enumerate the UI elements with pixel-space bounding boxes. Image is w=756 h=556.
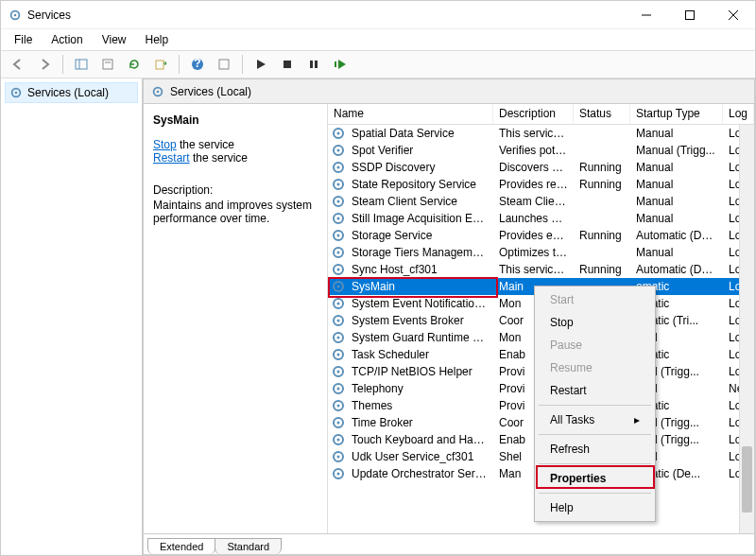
gear-icon	[331, 194, 346, 209]
service-row[interactable]: Storage Tiers ManagementOptimizes th...M…	[328, 244, 754, 261]
service-row[interactable]: Steam Client ServiceSteam Client...Manua…	[328, 193, 754, 210]
svg-rect-17	[335, 61, 336, 67]
cell-description: This service i...	[493, 126, 574, 141]
cell-status: Running	[574, 177, 630, 192]
ctx-restart[interactable]: Restart	[537, 379, 653, 402]
col-description[interactable]: Description	[493, 104, 574, 124]
back-button[interactable]	[7, 53, 29, 76]
maximize-button[interactable]	[668, 1, 712, 29]
service-row[interactable]: Spatial Data ServiceThis service i...Man…	[328, 125, 754, 142]
tab-standard[interactable]: Standard	[215, 538, 282, 554]
stop-link[interactable]: Stop	[153, 138, 177, 151]
cell-name: Steam Client Service	[346, 194, 493, 209]
svg-rect-13	[219, 60, 229, 69]
restart-service-button[interactable]	[329, 53, 352, 76]
gear-icon	[331, 279, 346, 294]
service-row[interactable]: Storage ServiceProvides ena...RunningAut…	[328, 227, 754, 244]
restart-link[interactable]: Restart	[153, 151, 190, 165]
svg-point-35	[336, 235, 339, 237]
minimize-button[interactable]	[625, 1, 668, 29]
pause-service-button[interactable]	[302, 53, 325, 76]
cell-status: Running	[574, 160, 630, 175]
svg-rect-6	[76, 60, 87, 69]
gear-icon	[331, 432, 346, 447]
close-button[interactable]	[712, 1, 755, 29]
vertical-scrollbar[interactable]	[739, 125, 754, 533]
cell-description: Verifies pote...	[493, 143, 574, 158]
separator	[62, 55, 63, 74]
stop-service-button[interactable]	[276, 53, 299, 76]
titlebar[interactable]: Services	[1, 1, 755, 29]
svg-point-63	[336, 473, 339, 476]
cell-name: Storage Service	[346, 228, 493, 243]
cell-name: System Events Broker	[346, 313, 493, 328]
gear-icon	[331, 126, 346, 141]
refresh-button[interactable]	[123, 53, 146, 76]
cell-startup-type: Manual	[630, 211, 723, 226]
cell-name: Update Orchestrator Service	[346, 466, 493, 481]
service-row[interactable]: State Repository ServiceProvides req...R…	[328, 176, 754, 193]
menu-file[interactable]: File	[7, 31, 40, 48]
separator	[539, 434, 651, 435]
gear-icon	[331, 160, 346, 175]
col-status[interactable]: Status	[574, 104, 630, 124]
svg-point-31	[336, 200, 339, 203]
ctx-stop[interactable]: Stop	[537, 311, 653, 334]
pane-title: Services (Local)	[170, 85, 251, 98]
svg-point-43	[336, 303, 339, 305]
col-name[interactable]: Name	[328, 104, 493, 124]
col-startup-type[interactable]: Startup Type	[630, 104, 723, 124]
export-button[interactable]	[149, 53, 172, 76]
ctx-help[interactable]: Help	[537, 496, 653, 519]
menu-view[interactable]: View	[94, 31, 134, 48]
ctx-all-tasks[interactable]: All Tasks▸	[537, 408, 653, 431]
cell-startup-type: Automatic (De...	[630, 262, 723, 277]
cell-status	[574, 252, 630, 253]
gear-icon	[331, 211, 346, 226]
svg-point-29	[336, 183, 339, 186]
col-log-on-as[interactable]: Log	[723, 104, 754, 124]
cell-status	[574, 149, 630, 151]
svg-rect-8	[103, 60, 112, 69]
details-pane: SysMain Stop the service Restart the ser…	[144, 104, 328, 533]
svg-point-41	[336, 286, 339, 288]
menu-action[interactable]: Action	[43, 31, 90, 48]
ctx-properties[interactable]: Properties	[537, 467, 653, 490]
service-row[interactable]: Still Image Acquisition EventsLaunches a…	[328, 210, 754, 227]
pane-header: Services (Local)	[144, 79, 754, 104]
cell-startup-type: Manual	[630, 177, 723, 192]
description-text: Maintains and improves system performanc…	[153, 199, 318, 225]
cell-name: Time Broker	[346, 415, 493, 430]
nav-label: Services (Local)	[27, 86, 109, 99]
help-topics-button[interactable]	[213, 53, 235, 76]
menu-help[interactable]: Help	[138, 31, 177, 48]
svg-point-49	[336, 354, 339, 356]
show-hide-tree-button[interactable]	[70, 53, 93, 76]
forward-button[interactable]	[33, 53, 56, 76]
service-row[interactable]: Sync Host_cf301This service ...RunningAu…	[328, 261, 754, 278]
separator	[539, 493, 651, 494]
svg-point-47	[336, 337, 339, 339]
ctx-start: Start	[537, 288, 653, 311]
cell-startup-type: Manual	[630, 194, 723, 209]
svg-point-55	[336, 405, 339, 408]
gear-icon	[331, 228, 346, 243]
services-icon	[151, 85, 164, 98]
help-button[interactable]: ?	[186, 53, 209, 76]
ctx-refresh[interactable]: Refresh	[537, 438, 653, 460]
ctx-pause: Pause	[537, 334, 653, 356]
service-row[interactable]: SSDP DiscoveryDiscovers ne...RunningManu…	[328, 159, 754, 176]
properties-button[interactable]	[96, 53, 119, 76]
svg-rect-14	[284, 61, 291, 68]
gear-icon	[331, 245, 346, 260]
gear-icon	[331, 262, 346, 277]
nav-services-local[interactable]: Services (Local)	[5, 82, 138, 103]
scrollbar-thumb[interactable]	[742, 446, 752, 513]
service-row[interactable]: Spot VerifierVerifies pote...Manual (Tri…	[328, 142, 754, 159]
tab-extended[interactable]: Extended	[147, 538, 215, 554]
gear-icon	[331, 330, 346, 345]
start-service-button[interactable]	[249, 53, 272, 76]
cell-description: Steam Client...	[493, 194, 574, 209]
cell-name: SysMain	[346, 279, 493, 294]
svg-rect-16	[315, 61, 318, 68]
